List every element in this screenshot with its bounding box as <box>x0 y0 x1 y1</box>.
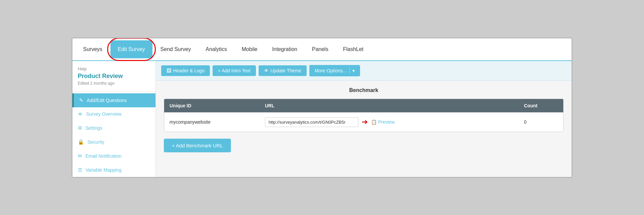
inner-content: Benchmark Unique ID URL Count <box>156 81 572 159</box>
sidebar-item-label-security: Security <box>87 139 104 145</box>
sidebar-item-survey-overview[interactable]: 👁 Survey Overview <box>72 107 155 121</box>
edit-questions-icon: ✎ <box>79 97 83 103</box>
edit-survey-wrapper: Edit Survey <box>110 38 153 60</box>
preview-icon: 📋 <box>371 119 377 125</box>
nav-item-mobile[interactable]: Mobile <box>234 40 265 58</box>
add-intro-text-button[interactable]: + Add Intro Text <box>213 65 256 76</box>
sidebar-item-label-email-notification: Email Notification <box>85 153 121 159</box>
url-cell: http://surveyanalytics.com/t/GN0PcZB5r ➔… <box>265 117 513 127</box>
variable-mapping-icon: ☰ <box>78 167 82 173</box>
preview-link[interactable]: 📋 Preview <box>371 119 395 125</box>
col-count: Count <box>519 99 563 113</box>
more-options-label: More Options... <box>315 68 347 73</box>
main-area: Help Product Review Edited 2 months ago … <box>72 61 572 177</box>
email-icon: ✉ <box>78 153 82 159</box>
main-window: Surveys Edit Survey Send Survey Analytic… <box>72 38 572 178</box>
sidebar-divider-1 <box>72 92 155 92</box>
sidebar-item-label-settings: Settings <box>85 125 102 131</box>
arrow-right-icon: ➔ <box>362 118 368 126</box>
table-row: mycompanywebsite http://surveyanalytics.… <box>164 112 563 132</box>
cell-url: http://surveyanalytics.com/t/GN0PcZB5r ➔… <box>260 112 519 132</box>
security-icon: 🔒 <box>78 139 84 145</box>
nav-item-send-survey[interactable]: Send Survey <box>153 40 199 58</box>
sidebar-item-email-notification[interactable]: ✉ Email Notification <box>72 149 155 163</box>
header-logo-label: Header & Logo <box>173 68 205 73</box>
update-theme-button[interactable]: 👁 Update Theme <box>259 65 307 76</box>
cell-count: 0 <box>519 112 563 132</box>
header-logo-button[interactable]: 🖼 Header & Logo <box>161 65 210 76</box>
header-logo-icon: 🖼 <box>167 68 171 73</box>
sidebar-item-add-edit-questions[interactable]: ✎ Add/Edit Questions <box>72 93 155 107</box>
preview-label: Preview <box>378 119 395 125</box>
col-url: URL <box>260 99 519 113</box>
sidebar-item-settings[interactable]: ⚙ Settings <box>72 121 155 135</box>
more-options-divider <box>349 68 350 74</box>
more-options-button[interactable]: More Options... ▾ <box>309 65 360 76</box>
add-benchmark-label: + Add Benchmark URL <box>172 143 223 148</box>
nav-item-surveys[interactable]: Surveys <box>76 40 110 58</box>
sidebar-survey-name: Product Review <box>72 73 155 81</box>
nav-item-edit-survey[interactable]: Edit Survey <box>110 40 152 58</box>
sidebar-item-security[interactable]: 🔒 Security <box>72 135 155 149</box>
add-intro-label: + Add Intro Text <box>218 68 250 73</box>
benchmark-table: Unique ID URL Count mycompanywebsite htt <box>164 99 563 132</box>
nav-item-integration[interactable]: Integration <box>265 40 305 58</box>
nav-item-analytics[interactable]: Analytics <box>198 40 234 58</box>
sidebar: Help Product Review Edited 2 months ago … <box>72 61 156 177</box>
update-theme-icon: 👁 <box>264 68 269 73</box>
url-box[interactable]: http://surveyanalytics.com/t/GN0PcZB5r <box>265 117 358 127</box>
sidebar-item-label-variable-mapping: Variable Mapping <box>85 167 121 173</box>
col-unique-id: Unique ID <box>164 99 260 113</box>
settings-icon: ⚙ <box>78 125 82 131</box>
benchmark-table-wrapper: Unique ID URL Count mycompanywebsite htt <box>164 99 564 132</box>
sidebar-help-label: Help <box>72 61 155 73</box>
survey-overview-icon: 👁 <box>78 111 83 117</box>
toolbar: 🖼 Header & Logo + Add Intro Text 👁 Updat… <box>156 61 572 81</box>
nav-item-panels[interactable]: Panels <box>305 40 336 58</box>
content-area: 🖼 Header & Logo + Add Intro Text 👁 Updat… <box>156 61 572 177</box>
chevron-down-icon: ▾ <box>352 68 355 73</box>
section-title: Benchmark <box>164 87 564 93</box>
cell-unique-id: mycompanywebsite <box>164 112 260 132</box>
add-benchmark-url-button[interactable]: + Add Benchmark URL <box>164 139 231 152</box>
sidebar-item-label-add-edit-questions: Add/Edit Questions <box>87 98 127 103</box>
update-theme-label: Update Theme <box>271 68 301 73</box>
table-header-row: Unique ID URL Count <box>164 99 563 113</box>
top-nav: Surveys Edit Survey Send Survey Analytic… <box>72 38 572 61</box>
sidebar-item-label-survey-overview: Survey Overview <box>86 111 121 117</box>
sidebar-edited-time: Edited 2 months ago <box>72 81 155 90</box>
sidebar-item-variable-mapping[interactable]: ☰ Variable Mapping <box>72 163 155 177</box>
nav-item-flashlet[interactable]: FlashLet <box>336 40 371 58</box>
